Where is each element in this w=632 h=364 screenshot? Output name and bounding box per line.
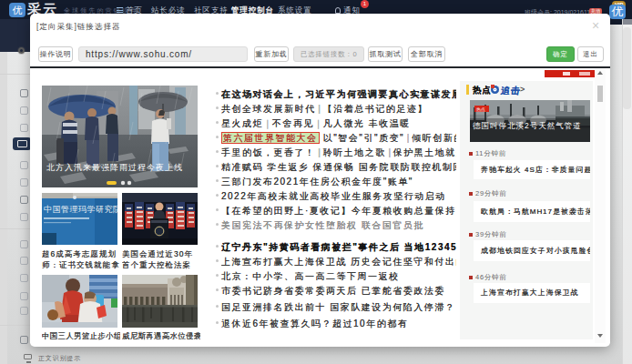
svg-text:北方入汛来最强降雨过程今夜上线: 北方入汛来最强降雨过程今夜上线: [46, 163, 183, 172]
svg-text:热点: 热点: [476, 106, 485, 112]
svg-text:中国管理玛学研究院: 中国管理玛学研究院: [44, 205, 117, 214]
svg-text:德国叫停北溪2号天然气管道: 德国叫停北溪2号天然气管道: [473, 121, 582, 130]
